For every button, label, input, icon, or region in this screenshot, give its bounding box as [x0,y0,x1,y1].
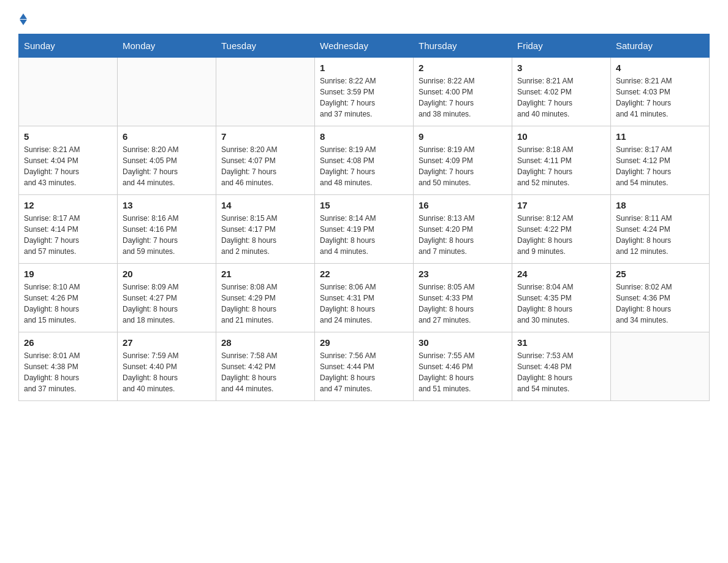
day-info: Sunrise: 8:11 AM Sunset: 4:24 PM Dayligh… [616,213,704,257]
day-number: 11 [616,131,704,142]
day-cell: 20Sunrise: 8:09 AM Sunset: 4:27 PM Dayli… [118,264,216,332]
day-cell: 8Sunrise: 8:19 AM Sunset: 4:08 PM Daylig… [315,126,414,195]
day-info: Sunrise: 8:20 AM Sunset: 4:05 PM Dayligh… [123,144,211,188]
day-info: Sunrise: 8:21 AM Sunset: 4:04 PM Dayligh… [24,144,112,188]
day-info: Sunrise: 7:55 AM Sunset: 4:46 PM Dayligh… [419,350,507,394]
day-number: 28 [221,337,309,348]
page-header [18,12,710,23]
day-cell: 13Sunrise: 8:16 AM Sunset: 4:16 PM Dayli… [118,195,216,264]
day-info: Sunrise: 8:17 AM Sunset: 4:12 PM Dayligh… [616,144,704,188]
day-info: Sunrise: 8:19 AM Sunset: 4:08 PM Dayligh… [320,144,408,188]
weekday-header-tuesday: Tuesday [216,34,315,58]
day-number: 1 [320,63,408,73]
day-number: 24 [517,269,605,279]
day-cell [19,58,118,126]
day-info: Sunrise: 8:09 AM Sunset: 4:27 PM Dayligh… [123,282,211,326]
day-cell: 25Sunrise: 8:02 AM Sunset: 4:36 PM Dayli… [611,264,710,332]
day-info: Sunrise: 7:59 AM Sunset: 4:40 PM Dayligh… [123,350,211,394]
weekday-header-sunday: Sunday [19,34,118,58]
day-number: 8 [320,131,408,142]
day-info: Sunrise: 8:02 AM Sunset: 4:36 PM Dayligh… [616,282,704,326]
day-number: 30 [419,337,507,348]
day-cell: 14Sunrise: 8:15 AM Sunset: 4:17 PM Dayli… [216,195,315,264]
week-row-1: 1Sunrise: 8:22 AM Sunset: 3:59 PM Daylig… [19,58,710,126]
day-info: Sunrise: 8:10 AM Sunset: 4:26 PM Dayligh… [24,282,112,326]
day-cell: 16Sunrise: 8:13 AM Sunset: 4:20 PM Dayli… [414,195,512,264]
day-cell: 29Sunrise: 7:56 AM Sunset: 4:44 PM Dayli… [315,332,414,401]
day-number: 31 [517,337,605,348]
day-number: 9 [419,131,507,142]
day-cell: 7Sunrise: 8:20 AM Sunset: 4:07 PM Daylig… [216,126,315,195]
day-number: 5 [24,131,112,142]
day-number: 19 [24,269,112,279]
day-info: Sunrise: 8:18 AM Sunset: 4:11 PM Dayligh… [517,144,605,188]
day-number: 12 [24,200,112,210]
day-number: 16 [419,200,507,210]
day-cell [611,332,710,401]
day-info: Sunrise: 8:01 AM Sunset: 4:38 PM Dayligh… [24,350,112,394]
day-number: 3 [517,63,605,73]
day-number: 15 [320,200,408,210]
calendar-table: SundayMondayTuesdayWednesdayThursdayFrid… [18,34,710,401]
day-cell: 30Sunrise: 7:55 AM Sunset: 4:46 PM Dayli… [414,332,512,401]
day-number: 10 [517,131,605,142]
week-row-3: 12Sunrise: 8:17 AM Sunset: 4:14 PM Dayli… [19,195,710,264]
day-info: Sunrise: 8:22 AM Sunset: 4:00 PM Dayligh… [419,75,507,120]
day-cell: 6Sunrise: 8:20 AM Sunset: 4:05 PM Daylig… [118,126,216,195]
weekday-header-wednesday: Wednesday [315,34,414,58]
day-cell [216,58,315,126]
day-info: Sunrise: 8:20 AM Sunset: 4:07 PM Dayligh… [221,144,309,188]
day-number: 14 [221,200,309,210]
day-number: 26 [24,337,112,348]
day-number: 18 [616,200,704,210]
day-info: Sunrise: 8:13 AM Sunset: 4:20 PM Dayligh… [419,213,507,257]
day-number: 21 [221,269,309,279]
day-number: 7 [221,131,309,142]
day-cell: 15Sunrise: 8:14 AM Sunset: 4:19 PM Dayli… [315,195,414,264]
day-cell: 4Sunrise: 8:21 AM Sunset: 4:03 PM Daylig… [611,58,710,126]
day-cell: 22Sunrise: 8:06 AM Sunset: 4:31 PM Dayli… [315,264,414,332]
day-cell: 19Sunrise: 8:10 AM Sunset: 4:26 PM Dayli… [19,264,118,332]
logo [18,12,27,23]
day-cell: 9Sunrise: 8:19 AM Sunset: 4:09 PM Daylig… [414,126,512,195]
day-number: 4 [616,63,704,73]
day-cell: 17Sunrise: 8:12 AM Sunset: 4:22 PM Dayli… [512,195,611,264]
day-number: 13 [123,200,211,210]
day-cell: 1Sunrise: 8:22 AM Sunset: 3:59 PM Daylig… [315,58,414,126]
weekday-header-saturday: Saturday [611,34,710,58]
day-info: Sunrise: 7:56 AM Sunset: 4:44 PM Dayligh… [320,350,408,394]
weekday-header-thursday: Thursday [414,34,512,58]
day-info: Sunrise: 8:21 AM Sunset: 4:02 PM Dayligh… [517,75,605,120]
day-cell: 23Sunrise: 8:05 AM Sunset: 4:33 PM Dayli… [414,264,512,332]
day-info: Sunrise: 7:53 AM Sunset: 4:48 PM Dayligh… [517,350,605,394]
week-row-5: 26Sunrise: 8:01 AM Sunset: 4:38 PM Dayli… [19,332,710,401]
day-info: Sunrise: 8:17 AM Sunset: 4:14 PM Dayligh… [24,213,112,257]
day-cell: 26Sunrise: 8:01 AM Sunset: 4:38 PM Dayli… [19,332,118,401]
day-number: 27 [123,337,211,348]
week-row-4: 19Sunrise: 8:10 AM Sunset: 4:26 PM Dayli… [19,264,710,332]
day-info: Sunrise: 8:04 AM Sunset: 4:35 PM Dayligh… [517,282,605,326]
weekday-header-monday: Monday [118,34,216,58]
day-info: Sunrise: 8:14 AM Sunset: 4:19 PM Dayligh… [320,213,408,257]
day-cell: 10Sunrise: 8:18 AM Sunset: 4:11 PM Dayli… [512,126,611,195]
day-number: 2 [419,63,507,73]
day-info: Sunrise: 8:12 AM Sunset: 4:22 PM Dayligh… [517,213,605,257]
day-cell: 28Sunrise: 7:58 AM Sunset: 4:42 PM Dayli… [216,332,315,401]
day-cell: 24Sunrise: 8:04 AM Sunset: 4:35 PM Dayli… [512,264,611,332]
day-number: 23 [419,269,507,279]
day-cell: 18Sunrise: 8:11 AM Sunset: 4:24 PM Dayli… [611,195,710,264]
day-number: 17 [517,200,605,210]
day-cell: 5Sunrise: 8:21 AM Sunset: 4:04 PM Daylig… [19,126,118,195]
day-info: Sunrise: 8:21 AM Sunset: 4:03 PM Dayligh… [616,75,704,120]
week-row-2: 5Sunrise: 8:21 AM Sunset: 4:04 PM Daylig… [19,126,710,195]
day-info: Sunrise: 7:58 AM Sunset: 4:42 PM Dayligh… [221,350,309,394]
day-info: Sunrise: 8:16 AM Sunset: 4:16 PM Dayligh… [123,213,211,257]
day-cell: 12Sunrise: 8:17 AM Sunset: 4:14 PM Dayli… [19,195,118,264]
day-info: Sunrise: 8:15 AM Sunset: 4:17 PM Dayligh… [221,213,309,257]
day-cell [118,58,216,126]
day-number: 20 [123,269,211,279]
day-cell: 3Sunrise: 8:21 AM Sunset: 4:02 PM Daylig… [512,58,611,126]
day-number: 6 [123,131,211,142]
day-number: 25 [616,269,704,279]
day-cell: 2Sunrise: 8:22 AM Sunset: 4:00 PM Daylig… [414,58,512,126]
